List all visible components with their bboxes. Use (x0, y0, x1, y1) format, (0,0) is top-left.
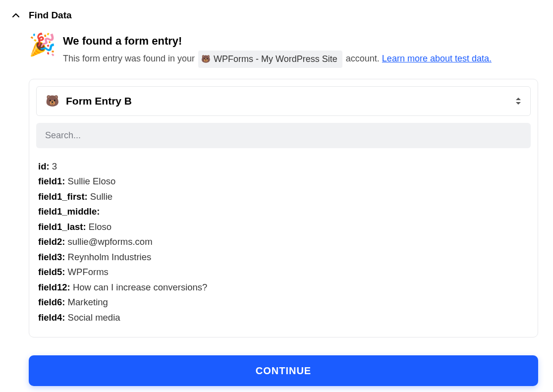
field-row: field1_last: Eloso (38, 220, 531, 235)
field-value: Sullie Eloso (65, 176, 115, 186)
continue-button[interactable]: CONTINUE (29, 355, 538, 386)
field-key: field1_first: (38, 191, 88, 202)
found-description: This form entry was found in your 🐻WPFor… (63, 51, 492, 68)
found-heading: We found a form entry! (63, 35, 492, 48)
learn-more-link[interactable]: Learn more about test data. (382, 54, 492, 63)
field-value: Sullie (88, 191, 112, 202)
field-row: field3: Reynholm Industries (38, 250, 531, 265)
field-value: Marketing (65, 297, 108, 307)
party-icon: 🎉 (29, 34, 56, 56)
field-key: field3: (38, 252, 65, 262)
field-value: Social media (65, 312, 120, 323)
field-row: field5: WPForms (38, 265, 531, 280)
entry-card: 🐻 Form Entry B id: 3field1: Sullie Eloso… (29, 79, 538, 338)
field-row: field12: How can I increase conversions? (38, 280, 531, 295)
desc-suffix: account. (343, 54, 382, 63)
field-row: field1_first: Sullie (38, 189, 531, 205)
section-title: Find Data (29, 10, 72, 21)
field-key: field1: (38, 176, 65, 186)
field-value: Reynholm Industries (65, 252, 151, 262)
field-key: field5: (38, 267, 65, 277)
field-key: field1_last: (38, 222, 86, 232)
field-key: field12: (38, 282, 70, 292)
field-key: field6: (38, 297, 65, 307)
entry-selector[interactable]: 🐻 Form Entry B (36, 86, 531, 116)
field-value: WPForms (65, 267, 108, 277)
sort-icon (515, 97, 521, 105)
entry-label: Form Entry B (66, 95, 132, 107)
field-row: id: 3 (38, 159, 531, 174)
search-box (36, 123, 531, 148)
field-value: Eloso (86, 222, 111, 232)
account-chip: 🐻WPForms - My WordPress Site (198, 51, 342, 68)
field-value: 3 (50, 161, 57, 171)
fields-list: id: 3field1: Sullie Elosofield1_first: S… (36, 159, 531, 326)
collapse-icon[interactable] (12, 11, 20, 19)
continue-label: CONTINUE (256, 365, 311, 377)
account-name: WPForms - My WordPress Site (214, 52, 337, 66)
search-input[interactable] (45, 130, 522, 141)
field-key: field1_middle: (38, 206, 100, 217)
field-row: field2: sullie@wpforms.com (38, 234, 531, 250)
field-key: field2: (38, 236, 65, 247)
field-key: field4: (38, 312, 65, 323)
field-key: id: (38, 161, 50, 171)
wpforms-icon: 🐻 (201, 53, 211, 65)
field-value: sullie@wpforms.com (65, 236, 152, 247)
field-row: field4: Social media (38, 310, 531, 326)
field-row: field1_middle: (38, 204, 531, 220)
entry-icon: 🐻 (46, 95, 59, 108)
field-row: field1: Sullie Eloso (38, 174, 531, 189)
desc-prefix: This form entry was found in your (63, 54, 197, 63)
field-value: How can I increase conversions? (70, 282, 208, 292)
field-row: field6: Marketing (38, 295, 531, 310)
